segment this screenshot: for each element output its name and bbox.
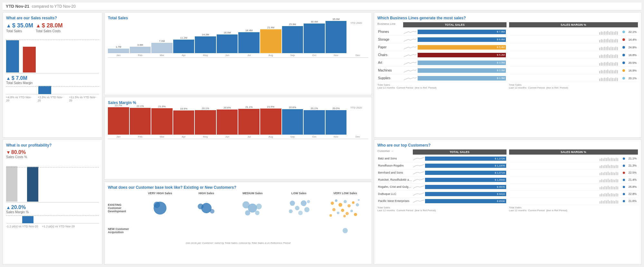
bl-name-0: Phones xyxy=(377,30,403,33)
bubble-new-m xyxy=(230,221,276,240)
svg-rect-64 xyxy=(609,47,610,50)
cust-name-6: Pacific West Enterprises xyxy=(377,199,413,203)
svg-point-12 xyxy=(301,200,307,206)
bl-row-4: Art$ 3.5M xyxy=(377,59,507,67)
svg-rect-145 xyxy=(604,172,605,175)
svg-rect-103 xyxy=(614,71,615,73)
bubble-existing-vl xyxy=(322,195,368,221)
svg-rect-68 xyxy=(615,47,616,50)
bl-dot-0 xyxy=(622,31,625,33)
svg-rect-104 xyxy=(615,70,616,73)
margin-pct-change: +1.2 pt(s) vs YTD Nov-20 xyxy=(42,225,75,228)
ts-bar-item-4: 14.2MMay xyxy=(195,33,216,57)
svg-rect-41 xyxy=(611,31,611,35)
ts-month-7: Aug xyxy=(269,54,273,57)
svg-rect-60 xyxy=(602,47,603,50)
cust-bar-container-0: $ 1,272K xyxy=(413,156,507,161)
svg-rect-56 xyxy=(615,39,616,43)
sm-bar-5 xyxy=(217,110,238,135)
bl-margin-spark-1 xyxy=(599,37,621,43)
ts-bar-label-4: 14.2M xyxy=(202,33,209,36)
cust-bar-container-6: $ 853K xyxy=(413,198,507,204)
cust-dot-1 xyxy=(623,165,625,167)
bl-row-0: Phones$ 7.6M xyxy=(377,28,507,36)
ts-bar-item-9: 30.4MOct xyxy=(304,20,325,57)
cust-margin-spark-5 xyxy=(599,191,621,196)
cust-margin-row-1: 21.3% xyxy=(509,162,638,169)
svg-rect-153 xyxy=(617,172,618,175)
svg-point-20 xyxy=(344,200,347,203)
sm-bar-8 xyxy=(282,109,303,135)
svg-point-29 xyxy=(354,213,357,216)
svg-rect-51 xyxy=(607,39,608,43)
cust-sparkline-4 xyxy=(413,184,424,189)
svg-rect-135 xyxy=(608,165,609,168)
svg-rect-46 xyxy=(599,40,600,43)
sm-month-8: Sep xyxy=(290,135,295,138)
cust-value-1: $ 1,197K xyxy=(495,164,505,167)
bubble-existing-vh xyxy=(137,195,183,221)
ts-bar-item-0: 1.7MJan xyxy=(108,45,129,57)
bl-bar-container-3: $ 5.2M xyxy=(403,52,507,59)
cust-bar-container-5: $ 941K xyxy=(413,191,507,197)
cust-row-3: Ruecker, Runolfsdottir and ..$ 1,054K xyxy=(377,176,507,184)
customer-base-title: What does our Customer base look like? E… xyxy=(108,185,368,190)
ts-bar-3 xyxy=(173,40,194,53)
costs-change: +3.3% vs YTD Nov-20 xyxy=(38,96,66,102)
bl-row-2: Paper$ 5.4M xyxy=(377,43,507,51)
sm-bar-item-10: 20.0%Nov xyxy=(326,107,347,138)
svg-rect-72 xyxy=(602,55,603,58)
svg-rect-94 xyxy=(599,71,600,73)
ts-bar-item-3: 11.2MApr xyxy=(173,36,194,57)
bl-margin-pct-5: 16.9% xyxy=(626,69,637,72)
ts-month-3: Apr xyxy=(182,54,185,57)
bl-dot-4 xyxy=(622,62,625,64)
sm-bar-label-0: 22.7% xyxy=(115,104,122,107)
ts-bar-item-1: 3.6MFeb xyxy=(130,43,151,57)
svg-rect-80 xyxy=(615,54,616,58)
bl-bar-container-4: $ 3.5M xyxy=(403,59,507,66)
costs-pct-value: 80.0% xyxy=(11,149,26,155)
sm-month-0: Jan xyxy=(116,135,120,138)
ts-month-2: Mar xyxy=(160,54,164,57)
top-customers-panel: Who are our top Customers? Customer → TO… xyxy=(374,139,641,265)
bl-bar-4: $ 3.5M xyxy=(418,61,506,65)
cust-margin-header: SALES MARGIN % xyxy=(509,149,638,155)
sm-bar-label-5: 20.6% xyxy=(223,106,231,109)
bl-name-1: Storage xyxy=(377,38,403,41)
svg-rect-102 xyxy=(612,70,613,73)
cust-bar-6: $ 853K xyxy=(425,199,506,203)
cust-name-4: Rogahn, Crist and Gulgowski xyxy=(377,185,413,188)
svg-point-8 xyxy=(245,210,250,215)
svg-rect-52 xyxy=(609,40,610,43)
cust-value-5: $ 941K xyxy=(497,193,505,195)
bl-name-5: Machines xyxy=(377,69,403,72)
sm-bar-label-8: 20.8% xyxy=(289,106,296,109)
bl-sparkline-4 xyxy=(404,60,417,66)
bl-margin-spark-3 xyxy=(599,52,621,58)
svg-rect-188 xyxy=(616,193,617,196)
sales-margin-chart: 22.7%Jan22.1%Feb21.9%Mar19.9%Apr20.1%May… xyxy=(108,107,368,139)
dashboard: YTD Nov-21 compared to YTD Nov-20 What a… xyxy=(0,0,644,267)
ts-bar-2 xyxy=(151,43,173,53)
svg-rect-55 xyxy=(614,40,615,43)
svg-rect-85 xyxy=(604,62,605,66)
svg-rect-191 xyxy=(601,201,602,204)
ts-bar-label-10: 35.0M xyxy=(332,18,339,21)
svg-rect-48 xyxy=(602,40,603,43)
ts-bar-item-5: 16.0MJun xyxy=(217,31,238,57)
svg-point-26 xyxy=(341,209,344,212)
bubble-existing-m xyxy=(230,195,276,221)
svg-point-22 xyxy=(352,201,355,204)
svg-rect-172 xyxy=(609,187,610,189)
bubble-svg-existing-m xyxy=(241,197,264,219)
cust-dot-3 xyxy=(623,179,625,181)
bl-bar-container-6: $ 1.3M xyxy=(403,75,507,82)
svg-rect-147 xyxy=(608,172,609,175)
row-existing: EXISTING Customer Development xyxy=(108,195,137,221)
bubble-svg-new-vl xyxy=(340,224,350,237)
sales-results-panel: What are our Sales results? ▲ $ 35.0M To… xyxy=(3,12,102,138)
svg-rect-53 xyxy=(611,39,611,43)
svg-rect-162 xyxy=(612,179,613,182)
bl-bar-container-5: $ 2.0M xyxy=(403,67,507,74)
